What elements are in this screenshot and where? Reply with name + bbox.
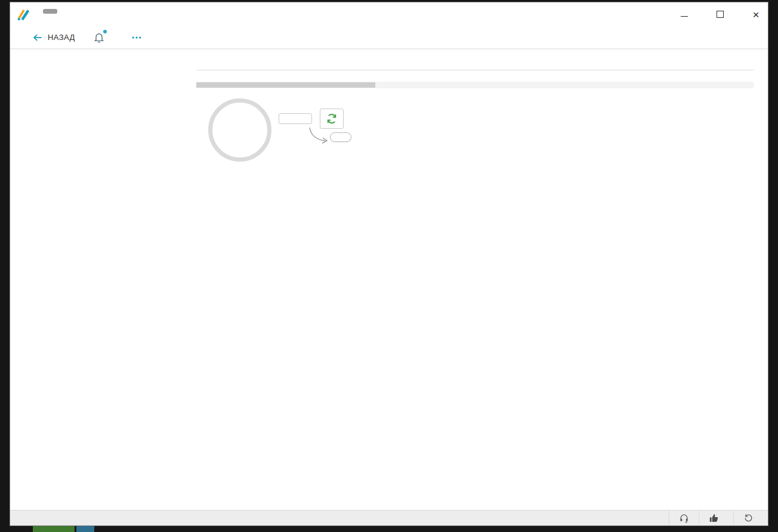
app-window: × НАЗАД xyxy=(10,2,768,525)
window-controls: × xyxy=(680,10,760,18)
horizontal-scrollbar[interactable] xyxy=(196,82,754,88)
desktop-fragment xyxy=(76,525,94,532)
tooltip-arrow xyxy=(307,126,330,144)
rescan-button[interactable] xyxy=(320,109,344,129)
hint-tooltip xyxy=(330,132,351,142)
thumbs-up-icon xyxy=(709,513,719,523)
titlebar: × xyxy=(10,2,768,26)
notifications-bell-button[interactable] xyxy=(93,31,105,44)
toolbar-items: НАЗАД xyxy=(32,32,75,44)
toolbar: НАЗАД xyxy=(10,26,768,49)
feedback-button[interactable] xyxy=(699,511,733,525)
main-panel xyxy=(183,49,768,510)
version-badge xyxy=(43,9,57,14)
notification-dot xyxy=(103,30,107,33)
freed-space-gauge xyxy=(208,98,271,162)
divider xyxy=(196,70,754,70)
scan-summary xyxy=(196,88,768,162)
support-button[interactable] xyxy=(669,511,699,525)
headphones-icon xyxy=(679,513,689,523)
minimize-button[interactable] xyxy=(680,10,689,18)
statusbar xyxy=(10,510,768,525)
toolbar-back-button[interactable]: НАЗАД xyxy=(32,32,75,44)
bell-icon xyxy=(93,31,105,44)
restore-button[interactable] xyxy=(733,511,768,525)
back-arrow-icon xyxy=(32,32,44,44)
app-logo-icon xyxy=(16,7,31,21)
desktop-fragment xyxy=(33,525,75,532)
maximize-button[interactable] xyxy=(716,10,724,18)
close-button[interactable]: × xyxy=(752,10,760,18)
clean-button[interactable] xyxy=(279,113,312,124)
restore-icon xyxy=(743,513,754,523)
refresh-icon xyxy=(326,113,338,125)
sidebar xyxy=(10,49,183,510)
toolbar-label: НАЗАД xyxy=(48,33,75,42)
scrollbar-thumb[interactable] xyxy=(196,82,375,88)
more-button[interactable] xyxy=(130,32,143,44)
window-content xyxy=(10,49,768,510)
